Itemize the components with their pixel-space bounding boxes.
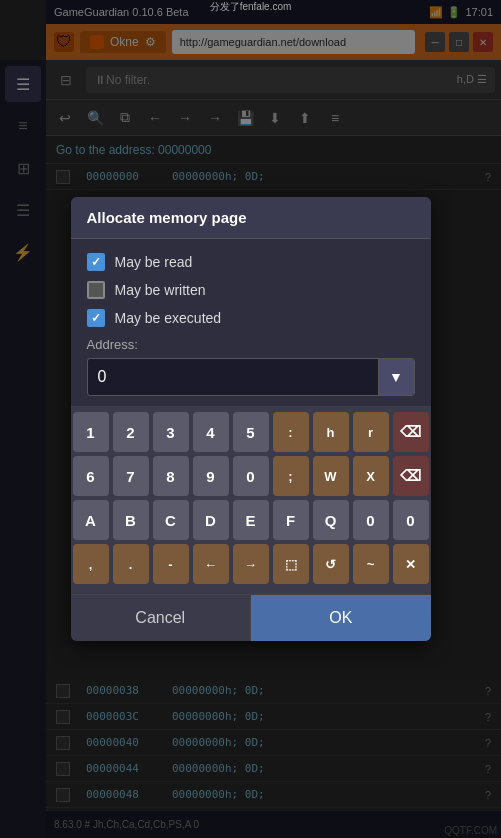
key-9[interactable]: 9: [193, 456, 229, 496]
key-D[interactable]: D: [193, 500, 229, 540]
cancel-button[interactable]: Cancel: [71, 595, 252, 641]
virtual-keyboard: 1 2 3 4 5 : h r ⌫ 6 7 8 9 0 ; W X ⌫: [71, 406, 431, 594]
key-h[interactable]: h: [313, 412, 349, 452]
dialog-title: Allocate memory page: [71, 197, 431, 239]
key-7[interactable]: 7: [113, 456, 149, 496]
may-be-read-label: May be read: [115, 254, 193, 270]
allocate-memory-dialog: Allocate memory page May be read May be …: [71, 197, 431, 641]
may-be-written-label: May be written: [115, 282, 206, 298]
key-5[interactable]: 5: [233, 412, 269, 452]
key-backspace-2[interactable]: ⌫: [393, 456, 429, 496]
key-B[interactable]: B: [113, 500, 149, 540]
may-be-executed-label: May be executed: [115, 310, 222, 326]
key-history[interactable]: ↺: [313, 544, 349, 584]
dialog-buttons: Cancel OK: [71, 594, 431, 641]
ok-button[interactable]: OK: [251, 595, 431, 641]
address-input[interactable]: [88, 360, 378, 394]
top-watermark: 分发了fenfale.com: [210, 0, 292, 14]
key-2[interactable]: 2: [113, 412, 149, 452]
key-8[interactable]: 8: [153, 456, 189, 496]
may-be-read-row[interactable]: May be read: [87, 253, 415, 271]
key-right-arrow[interactable]: →: [233, 544, 269, 584]
keyboard-row-2: 6 7 8 9 0 ; W X ⌫: [77, 456, 425, 496]
key-r[interactable]: r: [353, 412, 389, 452]
keyboard-row-4: , . - ← → ⬚ ↺ ~ ✕: [77, 544, 425, 584]
dialog-body: May be read May be written May be execut…: [71, 239, 431, 396]
key-left-arrow[interactable]: ←: [193, 544, 229, 584]
key-select-all[interactable]: ⬚: [273, 544, 309, 584]
key-close-x[interactable]: ✕: [393, 544, 429, 584]
key-E[interactable]: E: [233, 500, 269, 540]
key-X[interactable]: X: [353, 456, 389, 496]
key-backspace-1[interactable]: ⌫: [393, 412, 429, 452]
key-4[interactable]: 4: [193, 412, 229, 452]
key-minus[interactable]: -: [153, 544, 189, 584]
key-semicolon[interactable]: ;: [273, 456, 309, 496]
keyboard-row-3: A B C D E F Q 0 0: [77, 500, 425, 540]
address-dropdown-button[interactable]: ▼: [378, 359, 414, 395]
key-0[interactable]: 0: [233, 456, 269, 496]
keyboard-row-1: 1 2 3 4 5 : h r ⌫: [77, 412, 425, 452]
key-C[interactable]: C: [153, 500, 189, 540]
may-be-executed-checkbox[interactable]: [87, 309, 105, 327]
key-0-2[interactable]: 0: [353, 500, 389, 540]
key-3[interactable]: 3: [153, 412, 189, 452]
key-comma[interactable]: ,: [73, 544, 109, 584]
may-be-written-checkbox[interactable]: [87, 281, 105, 299]
key-Q[interactable]: Q: [313, 500, 349, 540]
key-A[interactable]: A: [73, 500, 109, 540]
modal-overlay: Allocate memory page May be read May be …: [0, 0, 501, 838]
may-be-written-row[interactable]: May be written: [87, 281, 415, 299]
address-input-row: ▼: [87, 358, 415, 396]
key-1[interactable]: 1: [73, 412, 109, 452]
key-colon[interactable]: :: [273, 412, 309, 452]
key-0-3[interactable]: 0: [393, 500, 429, 540]
key-W[interactable]: W: [313, 456, 349, 496]
key-F[interactable]: F: [273, 500, 309, 540]
key-dot[interactable]: .: [113, 544, 149, 584]
key-tilde[interactable]: ~: [353, 544, 389, 584]
may-be-read-checkbox[interactable]: [87, 253, 105, 271]
may-be-executed-row[interactable]: May be executed: [87, 309, 415, 327]
key-6[interactable]: 6: [73, 456, 109, 496]
address-field-label: Address:: [87, 337, 415, 352]
